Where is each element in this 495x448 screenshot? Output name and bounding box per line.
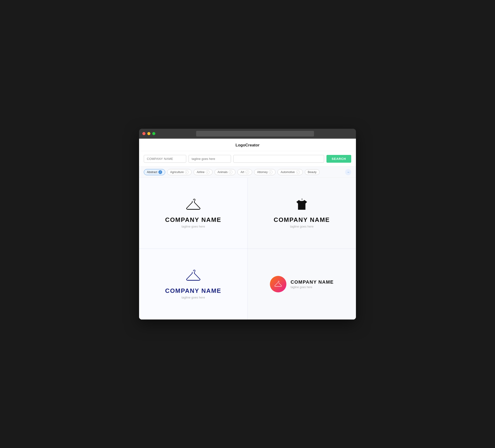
logo-card-3-company: COMPANY NAME — [165, 287, 221, 294]
logo-card-4-text: COMPANY NAME tagline goes here — [291, 280, 334, 289]
category-automotive[interactable]: Automotive ✓ — [277, 169, 303, 175]
category-animals[interactable]: Animals ✓ — [215, 169, 236, 175]
logo-card-1[interactable]: COMPANY NAME tagline goes here — [139, 178, 248, 249]
category-agriculture-label: Agriculture — [170, 170, 184, 174]
logo-card-3[interactable]: COMPANY NAME tagline goes here — [139, 249, 248, 320]
category-agriculture[interactable]: Agriculture ✓ — [167, 169, 192, 175]
logo-grid: COMPANY NAME tagline goes here COMPANY N… — [139, 178, 356, 320]
category-beauty[interactable]: Beauty — [305, 169, 320, 175]
minimize-button[interactable] — [147, 132, 150, 135]
url-bar[interactable] — [196, 131, 314, 137]
app-title: LogoCreator — [235, 143, 260, 147]
logo-card-3-tagline: tagline goes here — [181, 296, 205, 299]
logo-card-4-inner: COMPANY NAME tagline goes here — [270, 276, 334, 292]
automotive-check-icon: ✓ — [296, 170, 300, 174]
tagline-input[interactable] — [189, 155, 231, 163]
logo-card-4-company: COMPANY NAME — [291, 280, 334, 285]
category-airline-label: Airline — [197, 170, 204, 174]
app-body: LogoCreator SEARCH Abstract ✓ Agricultur… — [139, 139, 356, 320]
airline-check-icon: ✓ — [206, 170, 209, 174]
search-bar: SEARCH — [139, 151, 356, 167]
category-abstract[interactable]: Abstract ✓ — [144, 169, 165, 175]
logo-card-2-tagline: tagline goes here — [290, 225, 314, 228]
animals-check-icon: ✓ — [229, 170, 233, 174]
logo-card-4[interactable]: COMPANY NAME tagline goes here — [248, 249, 356, 320]
category-airline[interactable]: Airline ✓ — [193, 169, 212, 175]
art-check-icon: ✓ — [245, 170, 249, 174]
titlebar — [139, 129, 356, 139]
logo-card-4-tagline: tagline goes here — [291, 286, 334, 289]
category-art-label: Art — [240, 170, 244, 174]
logo-card-2-company: COMPANY NAME — [274, 216, 330, 224]
close-button[interactable] — [142, 132, 145, 135]
logo-card-1-company: COMPANY NAME — [165, 216, 221, 224]
abstract-check-icon: ✓ — [158, 170, 162, 174]
logo-card-2[interactable]: COMPANY NAME tagline goes here — [248, 178, 356, 249]
category-animals-label: Animals — [218, 170, 228, 174]
extra-search-input[interactable] — [233, 155, 324, 163]
search-button[interactable]: SEARCH — [327, 155, 351, 163]
category-art[interactable]: Art ✓ — [237, 169, 252, 175]
category-attorney-label: Attorney — [257, 170, 268, 174]
category-attorney[interactable]: Attorney ✓ — [254, 169, 276, 175]
app-header: LogoCreator — [139, 139, 356, 151]
maximize-button[interactable] — [152, 132, 155, 135]
app-window: LogoCreator SEARCH Abstract ✓ Agricultur… — [139, 129, 356, 320]
hanger-icon-3 — [185, 269, 202, 284]
hanger-icon-1 — [185, 198, 202, 213]
gradient-circle-icon — [270, 276, 286, 292]
category-abstract-label: Abstract — [147, 170, 157, 174]
category-automotive-label: Automotive — [280, 170, 295, 174]
logo-card-1-tagline: tagline goes here — [181, 225, 205, 228]
shirt-icon-2 — [293, 198, 310, 213]
category-beauty-label: Beauty — [308, 170, 316, 174]
categories-next-arrow[interactable]: → — [345, 169, 351, 175]
attorney-check-icon: ✓ — [269, 170, 273, 174]
agriculture-check-icon: ✓ — [185, 170, 189, 174]
company-name-input[interactable] — [144, 155, 186, 163]
categories-bar: Abstract ✓ Agriculture ✓ Airline ✓ Anima… — [139, 167, 356, 178]
